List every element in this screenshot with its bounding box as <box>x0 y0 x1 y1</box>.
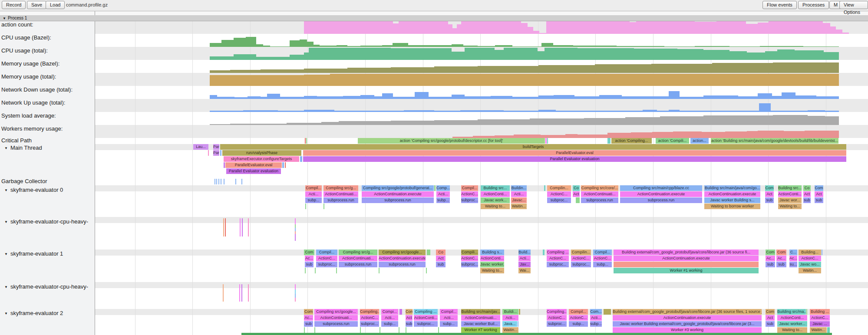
evaluator0-row2-span[interactable]: subproc... <box>461 197 478 203</box>
evaluator2-row2-span[interactable]: Javac worker... <box>777 321 807 327</box>
evaluator1-row2-span[interactable]: subproc... <box>571 262 591 267</box>
evaluator1-row0-span[interactable]: Compili... <box>461 250 478 255</box>
evaluator2-row0-span[interactable] <box>604 309 611 315</box>
garbage-collector-span[interactable] <box>215 179 215 184</box>
critical-path-span[interactable]: action 'Compiling... <box>611 138 652 144</box>
evaluator2-row1-span[interactable]: ActionC... <box>810 315 830 321</box>
evaluator1-row0-span[interactable] <box>543 250 545 255</box>
evaluator0-row1-span[interactable]: Acti... <box>511 191 527 197</box>
track-label-skyframe-evaluator-2[interactable]: ▼skyframe-evaluator 2 <box>4 310 63 316</box>
evaluator0-row3-span[interactable]: Waiting to borrow worker <box>704 204 760 209</box>
cpu-heavy1-span[interactable] <box>225 218 226 236</box>
evaluator2-row2-span[interactable]: Javac ... <box>810 321 830 327</box>
evaluator2-row1-span[interactable]: Acti... <box>440 315 458 321</box>
critical-path-span[interactable]: action... <box>690 138 709 144</box>
evaluator1-row2-span[interactable]: sub <box>436 262 446 267</box>
evaluator2-row2-span[interactable]: subp... <box>440 321 458 327</box>
evaluator1-row0-span[interactable]: Build... <box>518 250 531 255</box>
evaluator0-row0-span[interactable]: Compiling src/main/cpp/blaze.cc <box>620 185 702 191</box>
evaluator2-row3-span[interactable]: Worker #7 working <box>461 327 500 333</box>
evaluator1-row3-span[interactable]: Worker #1 working <box>614 268 759 273</box>
evaluator1-row1-span[interactable]: ActionC... <box>547 256 569 261</box>
evaluator1-row0-span[interactable]: Building external/com_google_protobuf/ja… <box>614 250 759 255</box>
evaluator0-row0-span[interactable] <box>434 185 436 191</box>
track-label-skyframe-evaluator-cpu-heavy-1[interactable]: ▼skyframe-evaluator-cpu-heavy- <box>4 218 88 225</box>
evaluator0-row0-span[interactable]: Buildin... <box>511 185 527 191</box>
evaluator2-row3-span[interactable] <box>438 327 439 333</box>
track-label-skyframe-evaluator-0[interactable]: ▼skyframe-evaluator 0 <box>4 187 63 193</box>
evaluator2-row2-span[interactable]: subproc... <box>414 321 438 327</box>
evaluator0-row1-span[interactable]: ActionC... <box>547 191 571 197</box>
evaluator0-row0-span[interactable]: Compiling src/core/... <box>581 185 618 191</box>
collapse-arrow-icon[interactable]: ▼ <box>3 16 6 20</box>
evaluator1-row3-span[interactable] <box>336 268 337 273</box>
main-thread-3-span[interactable]: ParallelEvaluator.eval <box>225 162 282 168</box>
timeline-canvas[interactable]: action 'Compiling src/google/protobuf/de… <box>0 0 868 335</box>
evaluator0-row1-span[interactable]: ActionConti... <box>481 191 510 197</box>
collapse-arrow-icon[interactable]: ▼ <box>4 285 8 289</box>
evaluator1-row0-span[interactable]: Building... <box>799 250 821 255</box>
main-thread-2-span[interactable]: skyframeExecutor.configureTargets <box>224 156 299 162</box>
evaluator2-row0-span[interactable]: Buildi... <box>502 309 518 315</box>
evaluator1-row3-span[interactable] <box>305 268 306 273</box>
evaluator1-row0-span[interactable]: Building s... <box>480 250 504 255</box>
evaluator0-row1-span[interactable]: Acti... <box>305 191 322 197</box>
evaluator1-row1-span[interactable]: Ac... <box>789 256 797 261</box>
garbage-collector-span[interactable] <box>224 179 224 184</box>
evaluator0-row2-span[interactable]: subprocess.run <box>620 197 702 203</box>
evaluator0-row2-span[interactable]: sub <box>815 197 823 203</box>
evaluator0-row2-span[interactable]: Javac work... <box>481 197 510 203</box>
cpu-heavy2-span[interactable] <box>241 284 242 302</box>
cpu-heavy1-span[interactable] <box>248 218 249 236</box>
evaluator2-row0-span[interactable]: Compiling src/google... <box>314 309 358 315</box>
evaluator1-row0-span[interactable] <box>427 250 430 255</box>
critical-path-span[interactable] <box>607 138 611 144</box>
evaluator2-row2-span[interactable]: subprocess.run <box>314 321 358 327</box>
evaluator1-row1-span[interactable]: Ac... <box>766 256 775 261</box>
evaluator1-row3-span[interactable] <box>315 268 316 273</box>
evaluator1-row0-span[interactable]: Com <box>304 250 314 255</box>
cpu-heavy1-span[interactable] <box>242 218 243 236</box>
evaluator2-row1-span[interactable]: ActionContinuati... <box>461 315 500 321</box>
evaluator1-row2-span[interactable] <box>614 262 759 267</box>
evaluator1-row1-span[interactable]: ActionContinuation.execute <box>614 256 759 261</box>
evaluator2-row2-span[interactable]: Javac worker Buil... <box>461 321 500 327</box>
cpu-heavy2-span[interactable] <box>295 289 296 294</box>
evaluator0-row3-span[interactable]: Waiting to... <box>778 204 802 209</box>
evaluator0-row0-span[interactable]: Com <box>815 185 823 191</box>
main-thread-0-span[interactable]: Par <box>213 144 219 150</box>
evaluator1-row0-span[interactable]: Compil... <box>316 250 337 255</box>
evaluator0-row0-span[interactable] <box>544 185 545 191</box>
evaluator1-row1-span[interactable]: ActionC... <box>571 256 591 261</box>
evaluator2-row3-span[interactable]: Waitin... <box>810 327 827 333</box>
evaluator0-row1-span[interactable]: ActionContinuation.execute <box>620 191 702 197</box>
collapse-arrow-icon[interactable]: ▼ <box>4 312 8 315</box>
evaluator0-row0-span[interactable]: Compil... <box>461 185 478 191</box>
main-thread-4-span[interactable]: Parallel Evaluator evaluation <box>226 168 281 174</box>
evaluator2-row2-span[interactable]: subproc... <box>360 321 379 327</box>
collapse-arrow-icon[interactable]: ▼ <box>4 188 8 192</box>
collapse-arrow-icon[interactable]: ▼ <box>4 220 8 224</box>
evaluator2-row2-span[interactable] <box>518 321 518 327</box>
evaluator1-row1-span[interactable]: ActionContinuati... <box>339 256 377 261</box>
evaluator1-row1-span[interactable]: ActionC... <box>593 256 612 261</box>
evaluator2-row2-span[interactable]: sub <box>766 321 775 327</box>
evaluator0-row3-span[interactable]: Waitin... <box>511 204 527 209</box>
evaluator0-row2-span[interactable]: subprocess.run <box>323 197 358 203</box>
evaluator0-row2-span[interactable]: subproc... <box>547 197 571 203</box>
evaluator2-row0-span[interactable] <box>519 309 520 315</box>
evaluator2-row0-span[interactable] <box>399 309 402 315</box>
evaluator2-row0-span[interactable]: Building external/com_google_protobuf/ja… <box>613 309 762 315</box>
evaluator0-row0-span[interactable]: Compil... <box>305 185 322 191</box>
critical-path-span[interactable] <box>305 138 306 144</box>
evaluator1-row0-span[interactable]: Com <box>776 250 786 255</box>
evaluator1-row0-span[interactable]: Compiling src/google... <box>379 250 426 255</box>
evaluator1-row2-span[interactable]: sub <box>776 262 786 267</box>
evaluator1-row3-span[interactable]: Wai... <box>518 268 531 273</box>
evaluator1-row0-span[interactable]: Compiling src/g... <box>339 250 377 255</box>
evaluator2-row2-span[interactable]: subp... <box>569 321 588 327</box>
evaluator1-row3-span[interactable] <box>379 268 380 273</box>
collapse-arrow-icon[interactable]: ▼ <box>4 146 8 150</box>
evaluator0-row1-span[interactable]: ActionContinuation.execute <box>704 191 760 197</box>
garbage-collector-span[interactable] <box>221 179 221 184</box>
